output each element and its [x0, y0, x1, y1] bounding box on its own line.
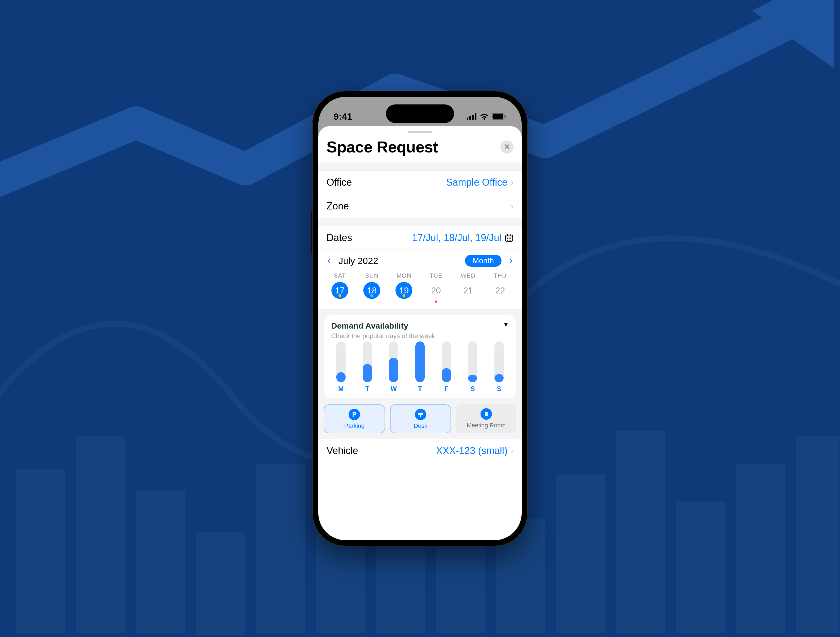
bar-label: T [418, 385, 422, 393]
office-label: Office [327, 177, 352, 188]
desk-icon [415, 409, 426, 420]
month-view-pill[interactable]: Month [465, 255, 502, 267]
svg-rect-11 [676, 502, 725, 633]
month-navigation: ‹ July 2022 Month › [318, 250, 522, 269]
dates-value: 17/Jul, 18/Jul, 19/Jul [412, 232, 502, 243]
close-icon: ✕ [504, 142, 510, 151]
day-number[interactable]: 18 [363, 282, 380, 299]
bar-fill [336, 372, 346, 383]
phone-screen: 9:41 Space Request ✕ [318, 97, 522, 540]
demand-card-subtitle: Check the popular days of the week [331, 332, 435, 340]
zone-row[interactable]: Zone › [318, 194, 522, 218]
day-of-week-label: MON [396, 272, 411, 279]
svg-rect-32 [420, 415, 421, 417]
bar-fill [389, 358, 398, 382]
bar-label: W [390, 385, 397, 393]
triangle-down-icon: ▼ [503, 321, 509, 328]
day-number[interactable]: 19 [395, 282, 412, 299]
chevron-right-icon: › [511, 178, 513, 187]
svg-rect-3 [196, 532, 245, 635]
door-icon [480, 408, 492, 420]
desk-type-label: Desk [414, 422, 427, 430]
zone-label: Zone [327, 201, 349, 212]
bar-column: M [333, 341, 349, 393]
bar-label: M [338, 385, 344, 393]
day-column[interactable]: WED21 [456, 272, 480, 303]
day-number[interactable]: 21 [459, 282, 477, 299]
day-column[interactable]: SUN18 [360, 272, 384, 303]
bar-track [442, 341, 451, 382]
day-column[interactable]: SAT17 [328, 272, 352, 303]
chevron-right-icon: › [511, 202, 513, 211]
dates-label: Dates [327, 232, 352, 243]
day-number[interactable]: 20 [428, 282, 445, 299]
day-of-week-label: THU [494, 272, 507, 279]
calendar-icon [505, 234, 513, 242]
svg-rect-13 [796, 436, 840, 633]
svg-rect-33 [485, 412, 488, 416]
svg-point-34 [486, 414, 487, 414]
bar-column: S [491, 341, 507, 393]
day-of-week-label: WED [461, 272, 475, 279]
prev-month-button[interactable]: ‹ [325, 255, 333, 266]
day-number[interactable]: 22 [492, 282, 508, 299]
bar-label: S [471, 385, 475, 393]
sheet-grabber[interactable] [408, 131, 432, 133]
sheet-title: Space Request [327, 138, 438, 156]
close-button[interactable]: ✕ [501, 141, 513, 153]
demand-card-title: Demand Availability [331, 321, 435, 330]
modal-sheet: Space Request ✕ Office Sample Office › Z… [318, 126, 522, 540]
demand-availability-card: Demand Availability Check the popular da… [324, 315, 516, 398]
svg-rect-12 [736, 463, 785, 633]
bar-track [468, 341, 477, 382]
day-of-week-label: SAT [334, 272, 346, 279]
office-row[interactable]: Office Sample Office › [318, 171, 522, 194]
day-number[interactable]: 17 [332, 282, 348, 299]
section-divider [318, 218, 522, 226]
wifi-icon [480, 113, 489, 120]
svg-rect-0 [16, 469, 65, 633]
bar-fill [494, 374, 504, 382]
meeting-room-type-button[interactable]: Meeting Room [456, 405, 516, 433]
bar-column: F [438, 341, 455, 393]
vehicle-row[interactable]: Vehicle XXX-123 (small) › [318, 439, 522, 463]
bar-track [415, 341, 425, 382]
next-month-button[interactable]: › [507, 255, 515, 266]
bar-track [494, 341, 504, 382]
bar-column: W [385, 341, 402, 393]
month-label: July 2022 [338, 256, 378, 266]
week-strip: SAT17SUN18MON19TUE20WED21THU22 [318, 269, 522, 309]
bar-fill [442, 368, 451, 383]
cellular-signal-icon [467, 113, 477, 120]
svg-point-29 [508, 240, 509, 240]
card-collapse-toggle[interactable]: ▼ [503, 321, 509, 328]
day-indicator-dot [338, 294, 341, 297]
bar-fill [468, 375, 477, 382]
svg-point-30 [510, 240, 511, 240]
svg-rect-1 [76, 436, 125, 633]
svg-rect-9 [556, 474, 605, 633]
bar-column: S [464, 341, 481, 393]
bar-column: T [412, 341, 428, 393]
bar-fill [363, 364, 372, 383]
day-column[interactable]: THU22 [488, 272, 512, 303]
svg-rect-20 [505, 115, 506, 117]
svg-rect-16 [472, 115, 474, 120]
parking-type-button[interactable]: P Parking [324, 405, 385, 433]
svg-point-27 [510, 238, 511, 239]
svg-rect-15 [469, 116, 471, 120]
dynamic-island [386, 104, 454, 123]
dates-row[interactable]: Dates 17/Jul, 18/Jul, 19/Jul [318, 226, 522, 250]
day-column[interactable]: MON19 [392, 272, 416, 303]
space-type-row: P Parking Desk Meeting Room [318, 405, 522, 439]
bar-label: F [444, 385, 448, 393]
bar-column: T [359, 341, 376, 393]
bar-label: S [497, 385, 501, 393]
svg-point-28 [507, 240, 508, 240]
day-column[interactable]: TUE20 [424, 272, 448, 303]
svg-rect-19 [493, 114, 504, 119]
vehicle-label: Vehicle [327, 445, 358, 457]
desk-type-button[interactable]: Desk [390, 405, 452, 433]
day-indicator-dot [370, 294, 373, 297]
day-of-week-label: TUE [429, 272, 442, 279]
